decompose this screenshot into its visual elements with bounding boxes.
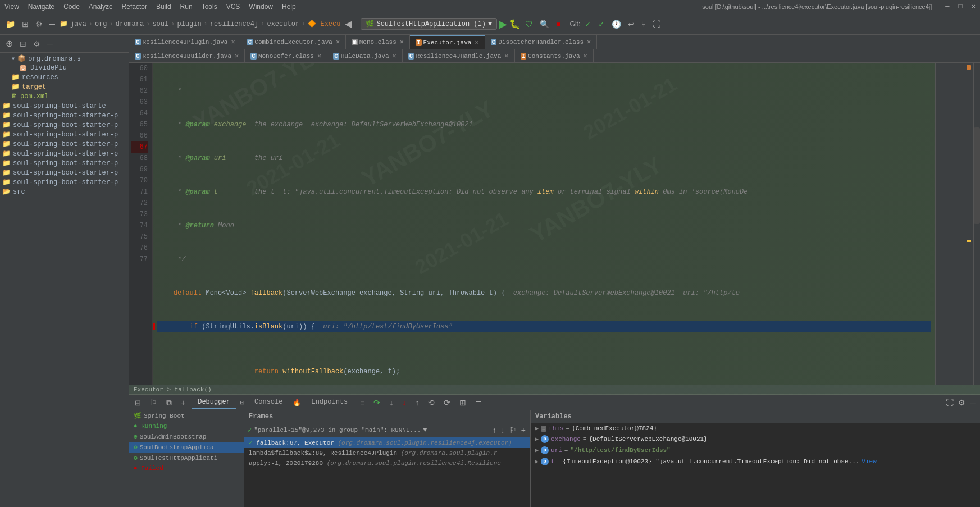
bottom-settings[interactable]: ⚙ xyxy=(957,397,967,408)
frame-add-btn[interactable]: + xyxy=(520,424,527,436)
tab-endpoints[interactable]: Endpoints xyxy=(306,396,353,409)
var-expand-exchange[interactable]: ▶ xyxy=(535,436,539,442)
tab-resilience4jplugin[interactable]: C Resilience4JPlugin.java ✕ xyxy=(129,35,241,49)
tree-item-spring5[interactable]: 📁 soul-spring-boot-starter-p xyxy=(0,139,129,149)
frame-item-1[interactable]: lambda$fallback$2:89, Resilience4JPlugin… xyxy=(244,448,530,458)
tab-constants[interactable]: I Constants.java ✕ xyxy=(515,49,594,62)
tree-item-resources[interactable]: 📁 resources xyxy=(0,72,129,82)
thread-selector[interactable]: ✓ "parallel-15"@9,273 in group "main": R… xyxy=(248,426,489,435)
profile-button[interactable]: 🔍 xyxy=(537,19,551,30)
debug-item-soul-test[interactable]: ⚙ SoulTestHttpApplicati xyxy=(129,453,244,463)
var-expand-uri[interactable]: ▶ xyxy=(535,447,539,454)
tab-resilience4jhandle[interactable]: C Resilience4JHandle.java ✕ xyxy=(403,49,515,62)
git-check[interactable]: ✓ xyxy=(582,19,594,30)
tab-close-4[interactable]: ✕ xyxy=(475,38,478,47)
debug-item-spring-boot[interactable]: 🌿 Spring Boot xyxy=(129,410,244,421)
sidebar-settings[interactable]: ⚙ xyxy=(31,38,43,49)
tab-close-2[interactable]: ✕ xyxy=(336,38,340,46)
debug-toolbar-restore[interactable]: ⧉ xyxy=(164,397,174,409)
coverage-button[interactable]: 🛡 xyxy=(523,19,535,30)
frame-filter-btn[interactable]: ⚐ xyxy=(508,424,518,436)
tab-close-6[interactable]: ✕ xyxy=(235,52,239,60)
tab-executor[interactable]: I Executor.java ✕ xyxy=(410,35,485,49)
run-button[interactable]: ▶ xyxy=(499,18,507,30)
menu-item-tools[interactable]: Tools xyxy=(202,3,217,11)
tab-close-3[interactable]: ✕ xyxy=(400,38,404,46)
tree-item-spring7[interactable]: 📁 soul-spring-boot-starter-p xyxy=(0,158,129,168)
frame-item-2[interactable]: apply:-1, 2020179280 (org.dromara.soul.p… xyxy=(244,458,530,468)
debug-toolbar-threads[interactable]: ⊞ xyxy=(133,398,143,408)
breadcrumb-executor-label[interactable]: Executor > fallback() xyxy=(134,386,212,393)
sidebar-collapse-all[interactable]: ⊟ xyxy=(17,38,29,49)
var-expand-this[interactable]: ▶ xyxy=(535,425,539,432)
tab-close-9[interactable]: ✕ xyxy=(504,52,508,60)
menu-item-analyze[interactable]: Analyze xyxy=(89,3,113,11)
layout-icon[interactable]: ⊞ xyxy=(20,19,31,30)
menu-item-navigate[interactable]: Navigate xyxy=(28,3,54,11)
tree-item-pom[interactable]: 🗎 pom.xml xyxy=(0,92,129,101)
frame-item-0[interactable]: ✓ fallback:67, Executor (org.dromara.sou… xyxy=(244,437,530,448)
breadcrumb-java[interactable]: 📁 xyxy=(60,20,68,28)
tree-item-src[interactable]: 📂 src xyxy=(0,187,129,197)
debug-toolbar-add[interactable]: + xyxy=(179,397,188,408)
git-tick[interactable]: ✓ xyxy=(596,19,607,30)
tab-debugger[interactable]: Debugger xyxy=(192,396,236,409)
run-config-dropdown[interactable]: ▼ xyxy=(488,20,492,28)
debug-toolbar-filter[interactable]: ⚐ xyxy=(148,397,159,408)
tab-monodefer[interactable]: C MonoDefer.class ✕ xyxy=(245,49,327,62)
window-minimize[interactable]: ─ xyxy=(945,3,949,11)
back-button[interactable]: ◀ xyxy=(343,17,354,30)
frame-up-btn[interactable]: ↑ xyxy=(491,424,498,436)
git-undo[interactable]: ↩ xyxy=(626,19,637,30)
tab-resilience4jbuilder[interactable]: C Resilience4JBuilder.java ✕ xyxy=(129,49,245,62)
project-icon[interactable]: 📁 xyxy=(3,19,17,30)
tab-dispatcherhandler[interactable]: C DispatcherHandler.class ✕ xyxy=(485,35,598,49)
view-link[interactable]: View xyxy=(862,458,876,465)
tree-item-spring6[interactable]: 📁 soul-spring-boot-starter-p xyxy=(0,149,129,158)
tab-mono[interactable]: m Mono.class ✕ xyxy=(346,35,410,49)
tab-close-8[interactable]: ✕ xyxy=(393,52,396,60)
fullscreen-button[interactable]: ⛶ xyxy=(650,19,663,30)
thread-dropdown-icon[interactable]: ▼ xyxy=(423,426,427,434)
settings-icon[interactable]: ⚙ xyxy=(33,19,45,30)
bottom-expand[interactable]: ⛶ xyxy=(945,397,955,408)
debug-toolbar-pause[interactable]: ⟳ xyxy=(441,397,453,408)
debug-toolbar-step-over[interactable]: ↷ xyxy=(371,397,382,408)
scrollbar[interactable] xyxy=(973,63,980,385)
tab-close-1[interactable]: ✕ xyxy=(231,38,235,46)
tab-ruledata[interactable]: C RuleData.java ✕ xyxy=(327,49,403,62)
var-expand-t[interactable]: ▶ xyxy=(535,458,539,465)
tree-item-org[interactable]: ▾ 📦 org.dromara.s xyxy=(0,54,129,63)
debug-toolbar-run-to-cursor[interactable]: ↑ xyxy=(413,397,421,408)
debug-button[interactable]: 🐛 xyxy=(509,19,521,29)
sidebar-locate[interactable]: ⊕ xyxy=(3,37,15,50)
scrollbar-thumb[interactable] xyxy=(974,127,980,224)
tree-item-spring8[interactable]: 📁 soul-spring-boot-starter-p xyxy=(0,168,129,177)
window-maximize[interactable]: □ xyxy=(959,3,963,11)
tree-item-divide[interactable]: C DividePlu xyxy=(0,63,129,72)
tab-close-10[interactable]: ✕ xyxy=(584,52,587,60)
code-content[interactable]: * * @param exchange the exchange exchang… xyxy=(153,63,935,385)
tree-item-spring9[interactable]: 📁 soul-spring-boot-starter-p xyxy=(0,177,129,187)
menu-item-refactor[interactable]: Refactor xyxy=(122,3,147,11)
menu-item-window[interactable]: Window xyxy=(249,3,273,11)
debug-toolbar-list[interactable]: ≡ xyxy=(358,397,367,408)
tab-combinedexecutor[interactable]: C CombinedExecutor.java ✕ xyxy=(241,35,346,49)
menu-item-vcs[interactable]: VCS xyxy=(226,3,240,11)
menu-item-code[interactable]: Code xyxy=(63,3,80,11)
bottom-hide[interactable]: ─ xyxy=(969,397,977,408)
run-config-selector[interactable]: 🌿 SoulTestHttpApplication (1) ▼ xyxy=(361,18,497,30)
tree-item-spring4[interactable]: 📁 soul-spring-boot-starter-p xyxy=(0,130,129,139)
menu-item-build[interactable]: Build xyxy=(156,3,171,11)
debug-item-soul-admin[interactable]: ⚙ SoulAdminBootstrap xyxy=(129,431,244,442)
minimap[interactable] xyxy=(935,63,980,385)
debug-toolbar-table[interactable]: ⊞ xyxy=(457,397,468,408)
tree-item-spring1[interactable]: 📁 soul-spring-boot-starte xyxy=(0,101,129,111)
tree-item-spring2[interactable]: 📁 soul-spring-boot-starter-p xyxy=(0,111,129,120)
menu-item-run[interactable]: Run xyxy=(180,3,193,11)
debug-toolbar-step-into[interactable]: ↓ xyxy=(387,397,395,408)
tab-console[interactable]: Console xyxy=(249,396,288,409)
menu-item-help[interactable]: Help xyxy=(282,3,296,11)
debug-item-soul-bootstrap[interactable]: ⚙ SoulBootstrapApplica xyxy=(129,442,244,453)
collapse-icon[interactable]: ─ xyxy=(47,19,57,30)
